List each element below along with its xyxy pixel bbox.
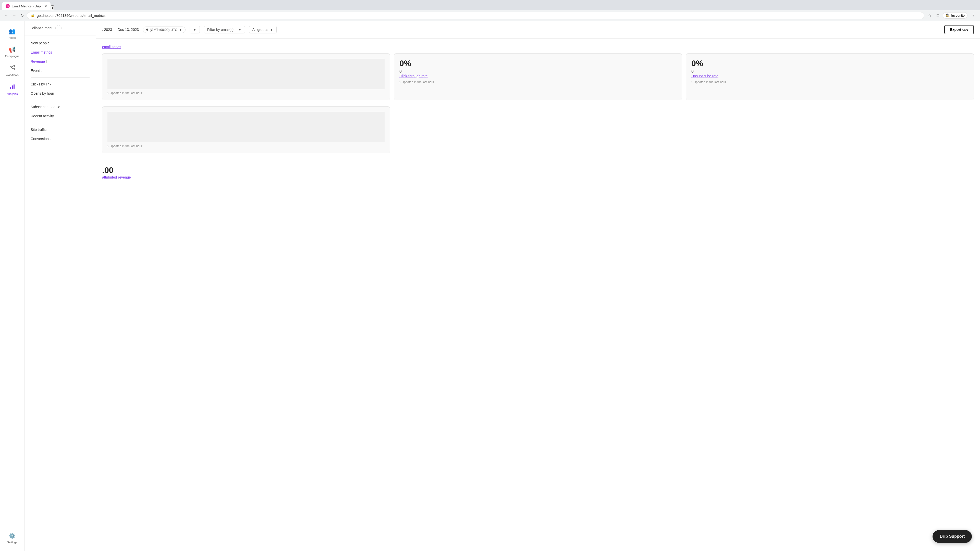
timezone-dot <box>146 29 148 30</box>
sidebar-item-workflows[interactable]: Workflows <box>2 62 22 79</box>
sidebar-divider-1 <box>30 77 89 78</box>
revenue-label: Revenue <box>30 59 45 64</box>
click-through-rate-link[interactable]: Click-through rate <box>399 74 428 78</box>
sidebar-nav-conversions[interactable]: Conversions <box>24 134 96 143</box>
cursor-indicator: | <box>46 60 47 63</box>
reload-button[interactable]: ↻ <box>19 12 25 19</box>
menu-button[interactable]: ⋮ <box>969 12 977 19</box>
email-sends-link[interactable]: email sends <box>102 45 121 49</box>
chart-info-1: ℹ <box>107 144 109 148</box>
page-body: email sends ℹ Updated in the last hour 0… <box>96 38 980 551</box>
metric-2-updated: ℹ Updated in the last hour <box>399 80 676 84</box>
lock-icon: 🔒 <box>30 14 35 17</box>
chart-1-updated: ℹ Updated in the last hour <box>107 144 385 148</box>
collapse-menu-button[interactable]: Collapse menu → <box>30 25 62 31</box>
filter-email-label: Filter by email(s)... <box>207 27 237 32</box>
metric-card-3: 0% 0 Unsubscribe rate ℹ Updated in the l… <box>686 53 974 100</box>
sidebar-nav-events[interactable]: Events <box>24 66 96 75</box>
campaigns-label: Campaigns <box>5 55 19 58</box>
chart-cards: ℹ Updated in the last hour <box>102 106 974 159</box>
metric-3-value: 0% <box>691 59 969 68</box>
metric-1-updated: ℹ Updated in the last hour <box>107 91 385 95</box>
revenue-section: .00 attributed revenue <box>102 165 974 179</box>
sidebar-nav-opens-by-hour[interactable]: Opens by hour <box>24 89 96 98</box>
incognito-badge[interactable]: 🕵 Incognito <box>943 12 967 19</box>
people-icon: 👥 <box>9 28 16 35</box>
sidebar-item-settings[interactable]: ⚙️ Settings <box>2 530 22 547</box>
attributed-revenue-link[interactable]: attributed revenue <box>102 175 131 179</box>
metric-cards: ℹ Updated in the last hour 0% 0 Click-th… <box>102 53 974 100</box>
revenue-number: .00 <box>102 165 113 175</box>
sidebar-nav-revenue[interactable]: Revenue | <box>24 57 96 66</box>
sidebar-nav-email-metrics[interactable]: Email metrics <box>24 48 96 57</box>
chart-placeholder-1 <box>107 112 385 142</box>
sidebar-item-analytics[interactable]: Analytics <box>2 81 22 98</box>
chart-1-placeholder <box>107 59 385 89</box>
collapse-menu-label: Collapse menu <box>30 26 53 30</box>
metric-2-updated-text: Updated in the last hour <box>402 80 434 84</box>
export-csv-button[interactable]: Export csv <box>944 25 974 34</box>
svg-line-3 <box>11 66 13 67</box>
tab-bar: ✉ Email Metrics - Drip × + <box>0 0 980 10</box>
incognito-icon: 🕵 <box>945 14 950 17</box>
browser-chrome: ✉ Email Metrics - Drip × + ← → ↻ 🔒 ☆ □ 🕵… <box>0 0 980 21</box>
toolbar-actions: ☆ □ 🕵 Incognito ⋮ <box>926 12 977 19</box>
sidebar-nav-new-people[interactable]: New people <box>24 38 96 48</box>
forward-button[interactable]: → <box>11 12 18 19</box>
unsubscribe-rate-link[interactable]: Unsubscribe rate <box>691 74 718 78</box>
sidebar-nav-clicks-by-link[interactable]: Clicks by link <box>24 79 96 89</box>
info-icon-2: ℹ <box>399 80 401 84</box>
settings-label: Settings <box>7 541 18 544</box>
collapse-icon: → <box>56 25 62 31</box>
tab-close-button[interactable]: × <box>45 4 47 8</box>
browser-toolbar: ← → ↻ 🔒 ☆ □ 🕵 Incognito ⋮ <box>0 10 980 21</box>
filter-groups-chevron: ▼ <box>270 27 273 32</box>
workflows-icon <box>10 65 15 72</box>
sidebar-item-campaigns[interactable]: 📢 Campaigns <box>2 43 22 61</box>
metric-3-updated-text: Updated in the last hour <box>694 80 726 84</box>
url-input[interactable] <box>37 14 920 17</box>
app-container: 👥 People 📢 Campaigns Workflows <box>0 21 980 551</box>
timezone-badge[interactable]: (GMT+00:00) UTC ▼ <box>143 27 186 33</box>
new-tab-button[interactable]: + <box>51 5 54 10</box>
date-range-text: , 2023 — Dec 13, 2023 <box>102 27 139 32</box>
info-icon-1: ℹ <box>107 91 109 95</box>
tab-title: Email Metrics - Drip <box>12 4 41 8</box>
analytics-icon <box>10 84 15 91</box>
filter-groups-dropdown[interactable]: All groups ▼ <box>249 26 277 33</box>
svg-line-4 <box>11 67 13 69</box>
filter-email-chevron: ▼ <box>238 27 242 32</box>
drip-support-label: Drip Support <box>940 534 965 539</box>
sidebar-item-people[interactable]: 👥 People <box>2 25 22 42</box>
filter-dropdown-arrow[interactable]: ▼ <box>189 26 200 33</box>
metric-2-sub: 0 <box>399 69 676 74</box>
svg-rect-5 <box>10 87 11 89</box>
svg-rect-0 <box>10 67 11 68</box>
bookmark-button[interactable]: ☆ <box>926 12 933 19</box>
analytics-label: Analytics <box>6 92 18 95</box>
address-bar[interactable]: 🔒 <box>27 12 924 19</box>
chart-card-1: ℹ Updated in the last hour <box>102 106 390 153</box>
top-bar: , 2023 — Dec 13, 2023 (GMT+00:00) UTC ▼ … <box>96 21 980 38</box>
sidebar-nav-site-traffic[interactable]: Site traffic <box>24 125 96 134</box>
info-icon-3: ℹ <box>691 80 693 84</box>
revenue-value: .00 <box>102 165 974 175</box>
drip-support-button[interactable]: Drip Support <box>932 530 972 543</box>
sidebar-nav-subscribed-people[interactable]: Subscribed people <box>24 102 96 111</box>
profile-button[interactable]: □ <box>935 12 941 19</box>
active-tab[interactable]: ✉ Email Metrics - Drip × <box>2 2 51 10</box>
timezone-text: (GMT+00:00) UTC <box>150 28 177 32</box>
filter-email-dropdown[interactable]: Filter by email(s)... ▼ <box>204 26 245 33</box>
svg-rect-1 <box>13 65 14 67</box>
campaigns-icon: 📢 <box>9 46 16 53</box>
sidebar-nav-recent-activity[interactable]: Recent activity <box>24 111 96 121</box>
people-label: People <box>8 36 16 39</box>
chart-1-text: Updated in the last hour <box>110 144 142 148</box>
metric-3-updated: ℹ Updated in the last hour <box>691 80 969 84</box>
main-content: , 2023 — Dec 13, 2023 (GMT+00:00) UTC ▼ … <box>96 21 980 551</box>
svg-rect-2 <box>13 68 14 70</box>
svg-rect-6 <box>12 86 13 89</box>
back-button[interactable]: ← <box>3 12 9 19</box>
date-range: , 2023 — Dec 13, 2023 <box>102 27 139 32</box>
favicon-icon: ✉ <box>6 4 10 8</box>
